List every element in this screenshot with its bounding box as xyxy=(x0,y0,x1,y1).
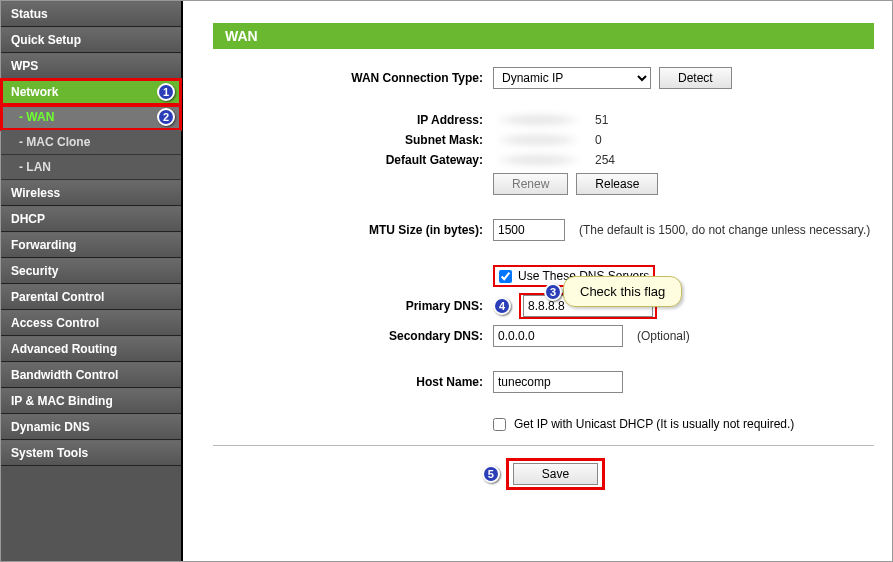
nav-wps[interactable]: WPS xyxy=(1,53,181,79)
nav-label: Security xyxy=(11,264,58,278)
wan-connection-type-label: WAN Connection Type: xyxy=(213,71,493,85)
nav-label: - MAC Clone xyxy=(19,135,90,149)
nav-network[interactable]: Network 1 xyxy=(1,79,181,105)
nav-ip-mac-binding[interactable]: IP & MAC Binding xyxy=(1,388,181,414)
nav-label: - WAN xyxy=(19,110,54,124)
secondary-dns-input[interactable] xyxy=(493,325,623,347)
nav-label: Quick Setup xyxy=(11,33,81,47)
nav-label: Status xyxy=(11,7,48,21)
nav-label: - LAN xyxy=(19,160,51,174)
annotation-1: 1 xyxy=(157,83,175,101)
nav-dhcp[interactable]: DHCP xyxy=(1,206,181,232)
nav-label: Access Control xyxy=(11,316,99,330)
nav-dynamic-dns[interactable]: Dynamic DNS xyxy=(1,414,181,440)
nav-wireless[interactable]: Wireless xyxy=(1,180,181,206)
save-button[interactable]: Save xyxy=(513,463,598,485)
annotation-5: 5 xyxy=(482,465,500,483)
nav-label: Bandwidth Control xyxy=(11,368,118,382)
divider xyxy=(213,445,874,446)
ip-address-label: IP Address: xyxy=(213,113,493,127)
nav-label: System Tools xyxy=(11,446,88,460)
nav-access-control[interactable]: Access Control xyxy=(1,310,181,336)
nav-label: Advanced Routing xyxy=(11,342,117,356)
nav-security[interactable]: Security xyxy=(1,258,181,284)
sidebar-fill xyxy=(1,466,181,561)
optional-note: (Optional) xyxy=(637,329,690,343)
callout-check-flag: 3 Check this flag xyxy=(563,276,682,307)
host-name-label: Host Name: xyxy=(213,375,493,389)
nav-label: Network xyxy=(11,85,58,99)
callout-text: Check this flag xyxy=(580,284,665,299)
ip-blur xyxy=(493,113,583,127)
nav-sub-lan[interactable]: - LAN xyxy=(1,155,181,180)
nav-label: Parental Control xyxy=(11,290,104,304)
annotation-4: 4 xyxy=(493,297,511,315)
main-panel: WAN WAN Connection Type: Dynamic IP Dete… xyxy=(183,1,892,561)
page-title: WAN xyxy=(213,23,874,49)
mtu-input[interactable] xyxy=(493,219,565,241)
nav-advanced-routing[interactable]: Advanced Routing xyxy=(1,336,181,362)
subnet-mask-label: Subnet Mask: xyxy=(213,133,493,147)
mtu-note: (The default is 1500, do not change unle… xyxy=(579,223,870,237)
nav-label: DHCP xyxy=(11,212,45,226)
nav-sub-mac-clone[interactable]: - MAC Clone xyxy=(1,130,181,155)
ip-blur xyxy=(493,153,583,167)
nav-forwarding[interactable]: Forwarding xyxy=(1,232,181,258)
nav-label: WPS xyxy=(11,59,38,73)
nav-status[interactable]: Status xyxy=(1,1,181,27)
use-dns-checkbox[interactable] xyxy=(499,270,512,283)
annotation-2: 2 xyxy=(157,108,175,126)
nav-sub-wan[interactable]: - WAN 2 xyxy=(1,105,181,130)
unicast-dhcp-checkbox[interactable] xyxy=(493,418,506,431)
default-gateway-label: Default Gateway: xyxy=(213,153,493,167)
wan-connection-type-select[interactable]: Dynamic IP xyxy=(493,67,651,89)
default-gateway-value: 254 xyxy=(595,153,615,167)
nav-label: Forwarding xyxy=(11,238,76,252)
ip-blur xyxy=(493,133,583,147)
nav-label: Wireless xyxy=(11,186,60,200)
unicast-dhcp-label: Get IP with Unicast DHCP (It is usually … xyxy=(514,417,794,431)
nav-quick-setup[interactable]: Quick Setup xyxy=(1,27,181,53)
ip-address-value: 51 xyxy=(595,113,608,127)
secondary-dns-label: Secondary DNS: xyxy=(213,329,493,343)
annotation-3: 3 xyxy=(544,283,562,301)
primary-dns-label: Primary DNS: xyxy=(213,299,493,313)
release-button[interactable]: Release xyxy=(576,173,658,195)
nav-bandwidth-control[interactable]: Bandwidth Control xyxy=(1,362,181,388)
host-name-input[interactable] xyxy=(493,371,623,393)
nav-parental-control[interactable]: Parental Control xyxy=(1,284,181,310)
renew-button[interactable]: Renew xyxy=(493,173,568,195)
mtu-label: MTU Size (in bytes): xyxy=(213,223,493,237)
sidebar: Status Quick Setup WPS Network 1 - WAN 2… xyxy=(1,1,183,561)
nav-label: Dynamic DNS xyxy=(11,420,90,434)
subnet-mask-value: 0 xyxy=(595,133,602,147)
nav-system-tools[interactable]: System Tools xyxy=(1,440,181,466)
nav-label: IP & MAC Binding xyxy=(11,394,113,408)
detect-button[interactable]: Detect xyxy=(659,67,732,89)
